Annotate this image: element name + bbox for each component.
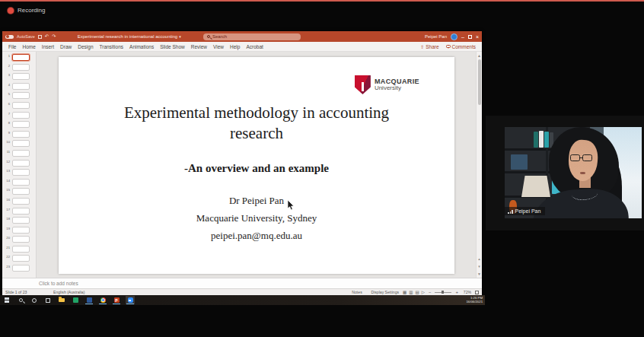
slide-thumbnail-20[interactable]: 20 xyxy=(2,236,36,246)
task-view-button[interactable] xyxy=(43,296,53,304)
undo-icon[interactable]: ↶ xyxy=(45,34,49,40)
slide-thumbnail-9[interactable]: 9 xyxy=(2,131,36,141)
menu-tab-home[interactable]: Home xyxy=(22,44,35,49)
slide-editing-area[interactable]: MACQUARIE University Experimental method… xyxy=(37,52,482,278)
menu-tab-draw[interactable]: Draw xyxy=(60,44,72,49)
notes-pane[interactable]: Click to add notes xyxy=(2,278,482,288)
slide-thumbnail-6[interactable]: 6 xyxy=(2,102,36,112)
slide-thumbnail-23[interactable]: 23 xyxy=(2,265,36,275)
vertical-scrollbar[interactable]: ▲ ▴ ▾ ▼ xyxy=(476,52,482,278)
slideshow-icon[interactable]: ▷ xyxy=(422,290,425,294)
slide-canvas[interactable]: MACQUARIE University Experimental method… xyxy=(59,57,454,274)
redo-icon[interactable]: ↷ xyxy=(52,34,56,40)
slide-thumbnail-19[interactable]: 19 xyxy=(2,227,36,237)
thumbnail-preview[interactable] xyxy=(12,150,30,157)
close-button[interactable]: × xyxy=(476,34,479,40)
menu-tab-slide-show[interactable]: Slide Show xyxy=(160,44,185,49)
slide-thumbnail-3[interactable]: 3 xyxy=(2,73,36,83)
zoom-slider[interactable] xyxy=(435,292,451,293)
scroll-down-icon[interactable]: ▼ xyxy=(477,270,481,278)
menu-tab-design[interactable]: Design xyxy=(78,44,93,49)
powerpoint-button[interactable]: P xyxy=(112,296,121,304)
cortana-button[interactable] xyxy=(30,296,39,304)
language-indicator[interactable]: English (Australia) xyxy=(53,290,84,294)
reading-view-icon[interactable]: ▤ xyxy=(416,290,419,294)
slide-thumbnail-14[interactable]: 14 xyxy=(2,179,36,189)
thumbnail-preview[interactable] xyxy=(12,92,30,99)
scrollbar-thumb[interactable] xyxy=(478,59,481,105)
slide-thumbnail-2[interactable]: 2 xyxy=(2,64,36,74)
menu-tab-insert[interactable]: Insert xyxy=(42,44,54,49)
slide-thumbnail-4[interactable]: 4 xyxy=(2,83,36,93)
taskbar-clock[interactable]: 1:26 PM 16/06/2021 xyxy=(466,297,483,304)
comments-button[interactable]: Comments xyxy=(446,44,476,49)
slide-thumbnail-7[interactable]: 7 xyxy=(2,112,36,122)
notes-placeholder[interactable]: Click to add notes xyxy=(39,281,78,286)
thumbnail-preview[interactable] xyxy=(12,217,30,224)
slide-thumbnail-15[interactable]: 15 xyxy=(2,188,36,198)
menu-tab-file[interactable]: File xyxy=(8,44,16,49)
scroll-up-icon[interactable]: ▲ xyxy=(477,52,481,59)
thumbnail-preview[interactable] xyxy=(12,198,30,205)
thumbnail-preview[interactable] xyxy=(12,131,30,138)
file-explorer-button[interactable] xyxy=(57,296,66,304)
excel-button[interactable] xyxy=(71,296,80,304)
zoom-app-button[interactable] xyxy=(126,296,135,304)
restore-button[interactable] xyxy=(468,35,472,39)
menu-tab-review[interactable]: Review xyxy=(191,44,207,49)
menu-tab-view[interactable]: View xyxy=(213,44,224,49)
thumbnail-preview[interactable] xyxy=(12,265,30,272)
slide-thumbnail-13[interactable]: 13 xyxy=(2,169,36,179)
thumbnail-preview[interactable] xyxy=(12,255,30,262)
thumbnail-preview[interactable] xyxy=(12,236,30,243)
slide-thumbnail-5[interactable]: 5 xyxy=(2,92,36,102)
thumbnail-preview[interactable] xyxy=(12,112,30,119)
thumbnail-preview[interactable] xyxy=(12,188,30,195)
zoom-out-icon[interactable]: − xyxy=(429,290,432,294)
slide-thumbnail-18[interactable]: 18 xyxy=(2,217,36,227)
zoom-slider-knob[interactable] xyxy=(442,291,444,294)
slide-sorter-icon[interactable]: ▥ xyxy=(409,290,413,294)
thumbnail-preview[interactable] xyxy=(12,73,30,80)
start-button[interactable] xyxy=(2,296,11,304)
thumbnail-preview[interactable] xyxy=(12,179,30,186)
slide-thumbnail-22[interactable]: 22 xyxy=(2,255,36,265)
thumbnail-preview[interactable] xyxy=(12,208,30,215)
slide-thumbnail-12[interactable]: 12 xyxy=(2,160,36,170)
slide-thumbnail-21[interactable]: 21 xyxy=(2,246,36,256)
menu-tab-help[interactable]: Help xyxy=(230,44,240,49)
menu-tab-acrobat[interactable]: Acrobat xyxy=(246,44,263,49)
thumbnail-preview[interactable] xyxy=(12,121,30,128)
thumbnail-preview[interactable] xyxy=(12,227,30,234)
taskbar-search-button[interactable] xyxy=(16,296,25,304)
teams-button[interactable] xyxy=(84,296,94,304)
menu-tab-animations[interactable]: Animations xyxy=(129,44,154,49)
avatar[interactable] xyxy=(451,33,457,40)
slide-thumbnail-panel[interactable]: 1234567891011121314151617181920212223 xyxy=(2,52,37,278)
fit-to-window-icon[interactable] xyxy=(475,291,479,294)
menu-tab-transitions[interactable]: Transitions xyxy=(100,44,124,49)
display-settings-button[interactable]: Display Settings xyxy=(371,290,400,294)
webcam-video-tile[interactable]: Peipei Pan xyxy=(486,116,644,230)
thumbnail-preview[interactable] xyxy=(12,54,30,61)
thumbnail-preview[interactable] xyxy=(12,102,30,109)
normal-view-icon[interactable]: ▦ xyxy=(403,290,406,294)
slide-thumbnail-10[interactable]: 10 xyxy=(2,140,36,150)
share-button[interactable]: ⇧ Share xyxy=(420,44,438,49)
notes-toggle[interactable]: Notes xyxy=(352,290,362,294)
slide-thumbnail-8[interactable]: 8 xyxy=(2,121,36,131)
save-icon[interactable] xyxy=(38,35,42,39)
search-input[interactable]: Search xyxy=(203,33,301,40)
slide-thumbnail-17[interactable]: 17 xyxy=(2,208,36,218)
slide-thumbnail-16[interactable]: 16 xyxy=(2,198,36,208)
previous-slide-icon[interactable]: ▴ xyxy=(478,255,480,262)
thumbnail-preview[interactable] xyxy=(12,169,30,176)
slide-indicator[interactable]: Slide 1 of 23 xyxy=(5,290,27,294)
thumbnail-preview[interactable] xyxy=(12,64,30,71)
slide-thumbnail-1[interactable]: 1 xyxy=(2,54,36,64)
account-name[interactable]: Peipei Pan xyxy=(425,34,447,39)
autosave-toggle[interactable] xyxy=(5,35,14,39)
thumbnail-preview[interactable] xyxy=(12,140,30,147)
thumbnail-preview[interactable] xyxy=(12,160,30,167)
thumbnail-preview[interactable] xyxy=(12,83,30,90)
